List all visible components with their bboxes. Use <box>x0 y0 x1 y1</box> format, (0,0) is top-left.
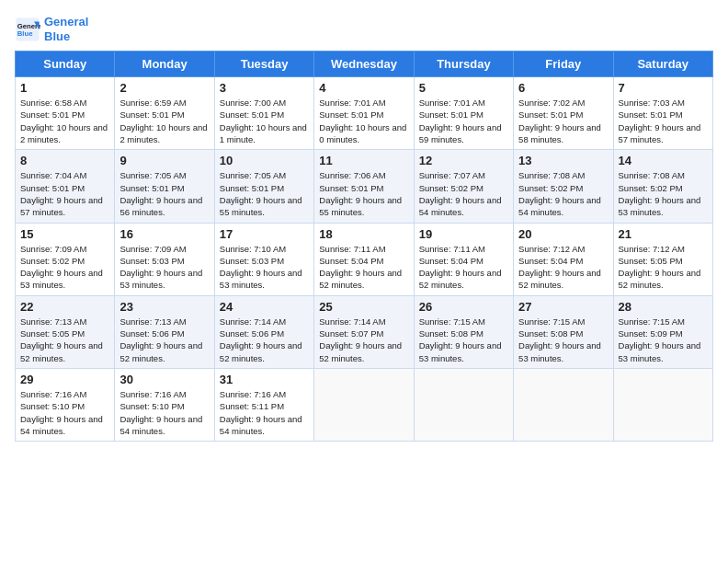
calendar-cell <box>514 368 613 441</box>
calendar-cell: 29 Sunrise: 7:16 AM Sunset: 5:10 PM Dayl… <box>16 368 115 441</box>
header-day-monday: Monday <box>115 52 214 77</box>
day-number: 5 <box>419 81 508 95</box>
day-number: 30 <box>119 373 209 386</box>
day-number: 10 <box>220 154 309 167</box>
day-number: 26 <box>419 300 508 314</box>
day-number: 31 <box>220 373 309 386</box>
calendar-cell: 18 Sunrise: 7:11 AM Sunset: 5:04 PM Dayl… <box>314 223 414 295</box>
day-detail: Sunrise: 7:05 AM Sunset: 5:01 PM Dayligh… <box>220 169 309 218</box>
day-number: 7 <box>619 81 708 95</box>
day-number: 28 <box>619 300 708 314</box>
day-number: 9 <box>119 154 209 167</box>
day-detail: Sunrise: 7:09 AM Sunset: 5:02 PM Dayligh… <box>20 243 109 292</box>
calendar-cell: 27 Sunrise: 7:15 AM Sunset: 5:08 PM Dayl… <box>514 295 613 368</box>
calendar-cell <box>414 368 513 441</box>
day-detail: Sunrise: 7:01 AM Sunset: 5:01 PM Dayligh… <box>319 97 408 145</box>
day-detail: Sunrise: 7:14 AM Sunset: 5:06 PM Dayligh… <box>220 316 309 364</box>
day-number: 14 <box>619 154 708 167</box>
calendar-cell: 4 Sunrise: 7:01 AM Sunset: 5:01 PM Dayli… <box>314 77 414 150</box>
logo-icon: General Blue <box>15 17 40 42</box>
day-detail: Sunrise: 7:16 AM Sunset: 5:10 PM Dayligh… <box>20 388 109 437</box>
day-number: 19 <box>419 227 508 241</box>
calendar-cell: 5 Sunrise: 7:01 AM Sunset: 5:01 PM Dayli… <box>414 77 513 150</box>
calendar-cell: 1 Sunrise: 6:58 AM Sunset: 5:01 PM Dayli… <box>16 77 115 150</box>
calendar-cell: 31 Sunrise: 7:16 AM Sunset: 5:11 PM Dayl… <box>214 368 313 441</box>
day-detail: Sunrise: 7:12 AM Sunset: 5:05 PM Dayligh… <box>619 243 708 292</box>
day-number: 23 <box>119 300 209 314</box>
day-detail: Sunrise: 7:14 AM Sunset: 5:07 PM Dayligh… <box>319 316 408 364</box>
calendar-cell: 30 Sunrise: 7:16 AM Sunset: 5:10 PM Dayl… <box>115 368 214 441</box>
day-number: 1 <box>20 81 109 95</box>
calendar-cell <box>613 368 712 441</box>
header-day-wednesday: Wednesday <box>314 52 414 77</box>
svg-text:Blue: Blue <box>17 29 33 38</box>
calendar-cell: 13 Sunrise: 7:08 AM Sunset: 5:02 PM Dayl… <box>514 150 613 223</box>
calendar-cell <box>314 368 414 441</box>
header-day-friday: Friday <box>514 52 613 77</box>
day-number: 25 <box>319 300 408 314</box>
day-number: 21 <box>619 227 708 241</box>
calendar-cell: 17 Sunrise: 7:10 AM Sunset: 5:03 PM Dayl… <box>214 223 313 295</box>
day-number: 24 <box>220 300 309 314</box>
calendar-cell: 16 Sunrise: 7:09 AM Sunset: 5:03 PM Dayl… <box>115 223 214 295</box>
day-detail: Sunrise: 7:16 AM Sunset: 5:11 PM Dayligh… <box>220 388 309 437</box>
day-detail: Sunrise: 7:05 AM Sunset: 5:01 PM Dayligh… <box>119 169 209 218</box>
header-day-thursday: Thursday <box>414 52 513 77</box>
calendar-table: SundayMondayTuesdayWednesdayThursdayFrid… <box>15 51 713 442</box>
logo-area: General Blue GeneralBlue <box>15 15 88 43</box>
calendar-cell: 14 Sunrise: 7:08 AM Sunset: 5:02 PM Dayl… <box>613 150 712 223</box>
day-detail: Sunrise: 7:09 AM Sunset: 5:03 PM Dayligh… <box>119 243 209 292</box>
calendar-week-2: 8 Sunrise: 7:04 AM Sunset: 5:01 PM Dayli… <box>16 150 713 223</box>
calendar-cell: 8 Sunrise: 7:04 AM Sunset: 5:01 PM Dayli… <box>16 150 115 223</box>
calendar-cell: 28 Sunrise: 7:15 AM Sunset: 5:09 PM Dayl… <box>613 295 712 368</box>
day-number: 6 <box>518 81 608 95</box>
day-detail: Sunrise: 7:01 AM Sunset: 5:01 PM Dayligh… <box>419 97 508 145</box>
day-number: 17 <box>220 227 309 241</box>
day-number: 12 <box>419 154 508 167</box>
day-number: 16 <box>119 227 209 241</box>
calendar-week-5: 29 Sunrise: 7:16 AM Sunset: 5:10 PM Dayl… <box>16 368 713 441</box>
calendar-cell: 22 Sunrise: 7:13 AM Sunset: 5:05 PM Dayl… <box>16 295 115 368</box>
calendar-cell: 15 Sunrise: 7:09 AM Sunset: 5:02 PM Dayl… <box>16 223 115 295</box>
day-detail: Sunrise: 7:11 AM Sunset: 5:04 PM Dayligh… <box>319 243 408 292</box>
header-day-tuesday: Tuesday <box>214 52 313 77</box>
calendar-header-row: SundayMondayTuesdayWednesdayThursdayFrid… <box>16 52 713 77</box>
calendar-cell: 19 Sunrise: 7:11 AM Sunset: 5:04 PM Dayl… <box>414 223 513 295</box>
day-number: 13 <box>518 154 608 167</box>
day-detail: Sunrise: 7:15 AM Sunset: 5:09 PM Dayligh… <box>619 316 708 364</box>
calendar-cell: 24 Sunrise: 7:14 AM Sunset: 5:06 PM Dayl… <box>214 295 313 368</box>
calendar-cell: 12 Sunrise: 7:07 AM Sunset: 5:02 PM Dayl… <box>414 150 513 223</box>
calendar-cell: 21 Sunrise: 7:12 AM Sunset: 5:05 PM Dayl… <box>613 223 712 295</box>
day-number: 15 <box>20 227 109 241</box>
day-number: 8 <box>20 154 109 167</box>
calendar-cell: 3 Sunrise: 7:00 AM Sunset: 5:01 PM Dayli… <box>214 77 313 150</box>
calendar-cell: 23 Sunrise: 7:13 AM Sunset: 5:06 PM Dayl… <box>115 295 214 368</box>
page-wrapper: General Blue GeneralBlue SundayMondayTue… <box>15 15 713 442</box>
day-detail: Sunrise: 7:16 AM Sunset: 5:10 PM Dayligh… <box>119 388 209 437</box>
day-detail: Sunrise: 7:06 AM Sunset: 5:01 PM Dayligh… <box>319 169 408 218</box>
day-detail: Sunrise: 7:11 AM Sunset: 5:04 PM Dayligh… <box>419 243 508 292</box>
calendar-cell: 20 Sunrise: 7:12 AM Sunset: 5:04 PM Dayl… <box>514 223 613 295</box>
day-number: 2 <box>119 81 209 95</box>
logo-name: GeneralBlue <box>44 15 88 43</box>
day-number: 27 <box>518 300 608 314</box>
day-detail: Sunrise: 7:13 AM Sunset: 5:06 PM Dayligh… <box>119 316 209 364</box>
day-detail: Sunrise: 7:03 AM Sunset: 5:01 PM Dayligh… <box>619 97 708 145</box>
day-detail: Sunrise: 7:15 AM Sunset: 5:08 PM Dayligh… <box>419 316 508 364</box>
day-number: 4 <box>319 81 408 95</box>
calendar-week-4: 22 Sunrise: 7:13 AM Sunset: 5:05 PM Dayl… <box>16 295 713 368</box>
day-detail: Sunrise: 7:08 AM Sunset: 5:02 PM Dayligh… <box>619 169 708 218</box>
day-number: 18 <box>319 227 408 241</box>
day-detail: Sunrise: 7:08 AM Sunset: 5:02 PM Dayligh… <box>518 169 608 218</box>
calendar-cell: 2 Sunrise: 6:59 AM Sunset: 5:01 PM Dayli… <box>115 77 214 150</box>
day-detail: Sunrise: 7:15 AM Sunset: 5:08 PM Dayligh… <box>518 316 608 364</box>
day-detail: Sunrise: 6:58 AM Sunset: 5:01 PM Dayligh… <box>20 97 109 145</box>
calendar-cell: 11 Sunrise: 7:06 AM Sunset: 5:01 PM Dayl… <box>314 150 414 223</box>
day-detail: Sunrise: 7:13 AM Sunset: 5:05 PM Dayligh… <box>20 316 109 364</box>
day-detail: Sunrise: 7:07 AM Sunset: 5:02 PM Dayligh… <box>419 169 508 218</box>
day-number: 20 <box>518 227 608 241</box>
header: General Blue GeneralBlue <box>15 15 713 43</box>
day-detail: Sunrise: 7:10 AM Sunset: 5:03 PM Dayligh… <box>220 243 309 292</box>
calendar-cell: 9 Sunrise: 7:05 AM Sunset: 5:01 PM Dayli… <box>115 150 214 223</box>
calendar-cell: 7 Sunrise: 7:03 AM Sunset: 5:01 PM Dayli… <box>613 77 712 150</box>
